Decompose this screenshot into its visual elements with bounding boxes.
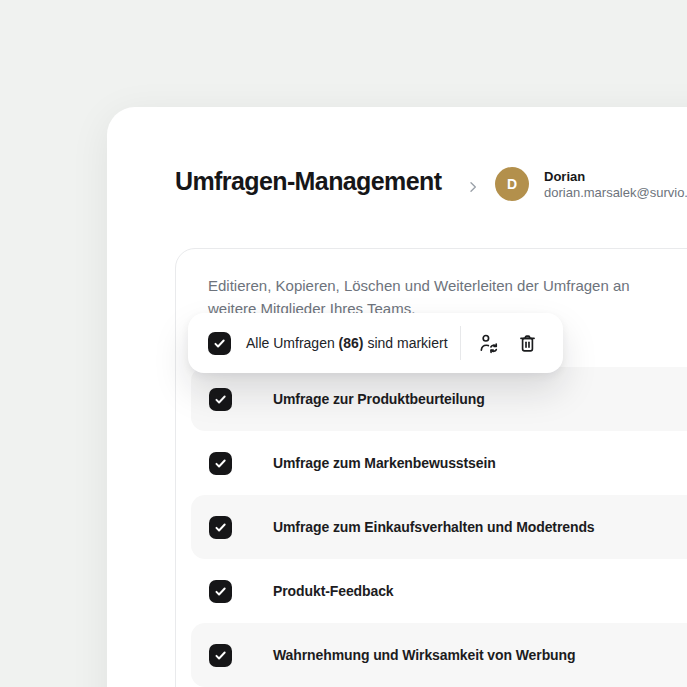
check-icon [212, 336, 227, 351]
survey-checkbox[interactable] [209, 580, 232, 603]
selection-toolbar: Alle Umfragen (86) sind markiert [188, 313, 563, 373]
page-title: Umfragen-Management [175, 166, 441, 196]
survey-title: Produkt-Feedback [273, 583, 394, 599]
user-chip[interactable]: D Dorian dorian.marsalek@survio. [495, 167, 687, 201]
survey-row[interactable]: Umfrage zum Einkaufsverhalten und Modetr… [191, 495, 687, 559]
user-sync-icon [478, 333, 499, 354]
survey-row[interactable]: Wahrnehmung und Wirksamkeit von Werbung [191, 623, 687, 687]
survey-row[interactable]: Produkt-Feedback [191, 559, 687, 623]
avatar: D [495, 167, 529, 201]
check-icon [213, 392, 228, 407]
select-all-checkbox[interactable] [208, 332, 231, 355]
survey-row[interactable]: Umfrage zur Produktbeurteilung [191, 367, 687, 431]
check-icon [213, 584, 228, 599]
user-name: Dorian [544, 168, 687, 185]
check-icon [213, 456, 228, 471]
survey-checkbox[interactable] [209, 644, 232, 667]
survey-title: Umfrage zum Markenbewusstsein [273, 455, 496, 471]
avatar-initial: D [507, 176, 517, 192]
user-meta: Dorian dorian.marsalek@survio. [544, 168, 687, 201]
trash-icon [517, 333, 538, 354]
change-owner-button[interactable] [472, 327, 504, 359]
main-card: Umfragen-Management D Dorian dorian.mars… [107, 107, 687, 687]
chevron-right-icon [465, 179, 481, 195]
page: Umfragen-Management D Dorian dorian.mars… [0, 0, 687, 687]
survey-row[interactable]: Umfrage zum Markenbewusstsein [191, 431, 687, 495]
survey-title: Wahrnehmung und Wirksamkeit von Werbung [273, 647, 575, 663]
user-email: dorian.marsalek@survio. [544, 185, 687, 201]
survey-checkbox[interactable] [209, 388, 232, 411]
survey-checkbox[interactable] [209, 516, 232, 539]
selection-label: Alle Umfragen (86) sind markiert [246, 335, 448, 351]
check-icon [213, 648, 228, 663]
survey-list: Umfrage zur Produktbeurteilung Umfrage z… [191, 367, 687, 687]
survey-title: Umfrage zur Produktbeurteilung [273, 391, 485, 407]
delete-button[interactable] [511, 327, 543, 359]
survey-checkbox[interactable] [209, 452, 232, 475]
toolbar-divider [460, 326, 461, 360]
check-icon [213, 520, 228, 535]
survey-title: Umfrage zum Einkaufsverhalten und Modetr… [273, 519, 595, 535]
